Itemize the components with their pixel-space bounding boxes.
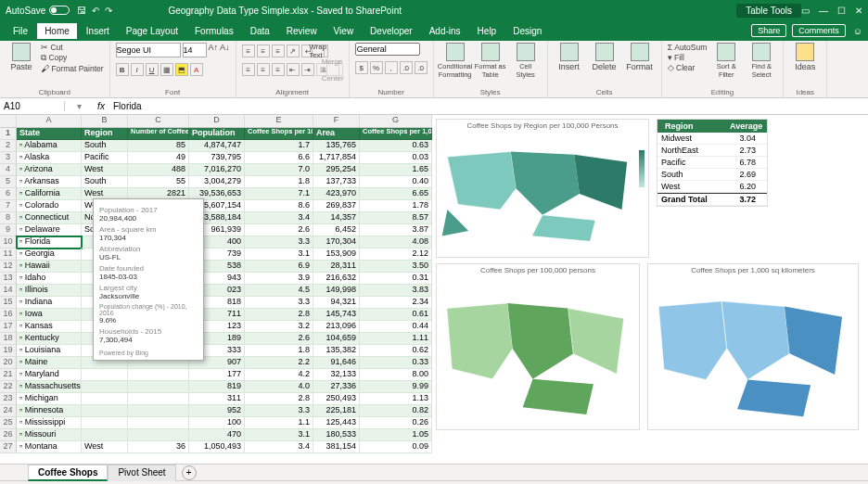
col-header[interactable]: C	[128, 115, 189, 127]
cell-area[interactable]: 135,382	[313, 345, 360, 357]
fill-button[interactable]: ▾ Fill	[668, 53, 708, 62]
fx-icon[interactable]: fx	[93, 101, 109, 111]
row-header[interactable]: 10	[0, 236, 17, 248]
cell-perkm[interactable]: 0.62	[360, 345, 432, 357]
cell-area[interactable]: 14,357	[313, 212, 360, 224]
cell-state[interactable]: ▫ Louisiana	[17, 345, 82, 357]
col-header[interactable]: E	[245, 115, 313, 127]
fill-color-button[interactable]: ⬒	[175, 63, 188, 76]
cell-perkm[interactable]: 9.99	[360, 381, 432, 393]
chart-per100k-map[interactable]: Coffee Shops per 100,000 persons	[436, 263, 640, 430]
cell-perkm[interactable]: 0.09	[360, 441, 432, 453]
th-pop[interactable]: Population	[189, 128, 245, 140]
cell-state[interactable]: ▫ Massachusetts	[17, 381, 82, 393]
cell-area[interactable]: 423,970	[313, 188, 360, 200]
cell-per100k[interactable]: 7.1	[245, 188, 313, 200]
cell-perkm[interactable]: 0.03	[360, 152, 432, 164]
cell-pop[interactable]: 100	[189, 417, 245, 429]
cell-region[interactable]: Pacific	[82, 152, 128, 164]
align-left-icon[interactable]: ≡	[242, 63, 255, 76]
row-header[interactable]: 24	[0, 405, 17, 417]
cell-perkm[interactable]: 1.05	[360, 429, 432, 441]
th-perkm[interactable]: Coffee Shops per 1,000 square kms	[360, 128, 432, 140]
row-header[interactable]: 3	[0, 152, 17, 164]
cell-per100k[interactable]: 1.8	[245, 176, 313, 188]
cell-area[interactable]: 91,646	[313, 357, 360, 369]
cell-per100k[interactable]: 3.1	[245, 429, 313, 441]
cell-area[interactable]: 216,632	[313, 273, 360, 285]
cell-perkm[interactable]: 6.65	[360, 188, 432, 200]
cell-area[interactable]: 137,733	[313, 176, 360, 188]
cell-region[interactable]	[82, 393, 128, 405]
cell-per100k[interactable]: 6.9	[245, 261, 313, 273]
cell-area[interactable]: 153,909	[313, 248, 360, 261]
cell-state[interactable]: ▫ Maine	[17, 357, 82, 369]
th-area[interactable]: Area	[313, 128, 360, 140]
dec-decimal-icon[interactable]: .0	[415, 61, 428, 74]
row-header[interactable]: 13	[0, 273, 17, 285]
cell-per100k[interactable]: 3.2	[245, 321, 313, 333]
tab-file[interactable]: File	[6, 23, 35, 39]
cell-state[interactable]: ▫ Alaska	[17, 152, 82, 164]
cell-area[interactable]: 6,452	[313, 224, 360, 236]
cell-region[interactable]: South	[82, 176, 128, 188]
pivot-header[interactable]: Region	[661, 121, 726, 132]
cell-perkm[interactable]: 0.31	[360, 273, 432, 285]
font-color-button[interactable]: A	[190, 63, 203, 76]
cell-area[interactable]: 32,133	[313, 369, 360, 381]
underline-button[interactable]: U	[146, 63, 159, 76]
row-header[interactable]: 15	[0, 297, 17, 309]
cell-perkm[interactable]: 8.00	[360, 369, 432, 381]
indent-dec-icon[interactable]: ⇤	[287, 63, 300, 76]
minimize-icon[interactable]: —	[819, 6, 828, 16]
cell-pop[interactable]: 952	[189, 405, 245, 417]
row-header[interactable]: 5	[0, 176, 17, 188]
tab-add-ins[interactable]: Add-ins	[422, 23, 468, 39]
cell-per100k[interactable]: 4.5	[245, 285, 313, 297]
cell-per100k[interactable]: 2.6	[245, 333, 313, 345]
align-center-icon[interactable]: ≡	[257, 63, 270, 76]
cell-per100k[interactable]: 3.3	[245, 236, 313, 248]
cell-perkm[interactable]: 3.83	[360, 285, 432, 297]
ideas-button[interactable]: Ideas	[789, 43, 821, 71]
cell-perkm[interactable]: 2.12	[360, 248, 432, 261]
cell-per100k[interactable]: 6.6	[245, 152, 313, 164]
cell-perkm[interactable]: 8.57	[360, 212, 432, 224]
cell-area[interactable]: 28,311	[313, 261, 360, 273]
format-cells-button[interactable]: Format	[624, 43, 656, 71]
th-region[interactable]: Region	[82, 128, 128, 140]
comma-icon[interactable]: ,	[385, 61, 398, 74]
cell-state[interactable]: ▫ Montana	[17, 441, 82, 453]
cell-area[interactable]: 1,717,854	[313, 152, 360, 164]
autosave-toggle[interactable]	[49, 6, 70, 15]
cell-perkm[interactable]: 0.61	[360, 309, 432, 321]
cell-perkm[interactable]: 1.78	[360, 200, 432, 212]
row-header[interactable]: 19	[0, 345, 17, 357]
autosave[interactable]: AutoSave	[6, 6, 70, 16]
undo-icon[interactable]: ↶	[92, 6, 99, 16]
cell-shops[interactable]	[128, 393, 189, 405]
cell-area[interactable]: 381,154	[313, 441, 360, 453]
autosum-button[interactable]: Σ AutoSum	[668, 43, 708, 52]
cell-per100k[interactable]: 3.1	[245, 248, 313, 261]
cell-state[interactable]: ▫ Florida	[17, 236, 82, 248]
border-button[interactable]: ▦	[160, 63, 173, 76]
cut-button[interactable]: ✂ Cut	[41, 43, 104, 52]
bold-button[interactable]: B	[116, 63, 129, 76]
cell-per100k[interactable]: 3.9	[245, 273, 313, 285]
cell-region[interactable]: West	[82, 164, 128, 176]
cell-per100k[interactable]: 2.2	[245, 357, 313, 369]
cell-area[interactable]: 27,336	[313, 381, 360, 393]
formula-input[interactable]: Florida	[109, 101, 868, 111]
row-header[interactable]: 21	[0, 369, 17, 381]
cell-perkm[interactable]: 0.82	[360, 405, 432, 417]
tab-design[interactable]: Design	[505, 23, 549, 39]
maximize-icon[interactable]: ☐	[837, 6, 846, 16]
cell-shops[interactable]	[128, 369, 189, 381]
cell-region[interactable]	[82, 417, 128, 429]
pivot-row[interactable]: West6.20	[657, 181, 767, 193]
cell-perkm[interactable]: 0.63	[360, 140, 432, 152]
tab-formulas[interactable]: Formulas	[187, 23, 241, 39]
col-header[interactable]: A	[17, 115, 82, 127]
orientation-icon[interactable]: ↗	[287, 45, 300, 57]
